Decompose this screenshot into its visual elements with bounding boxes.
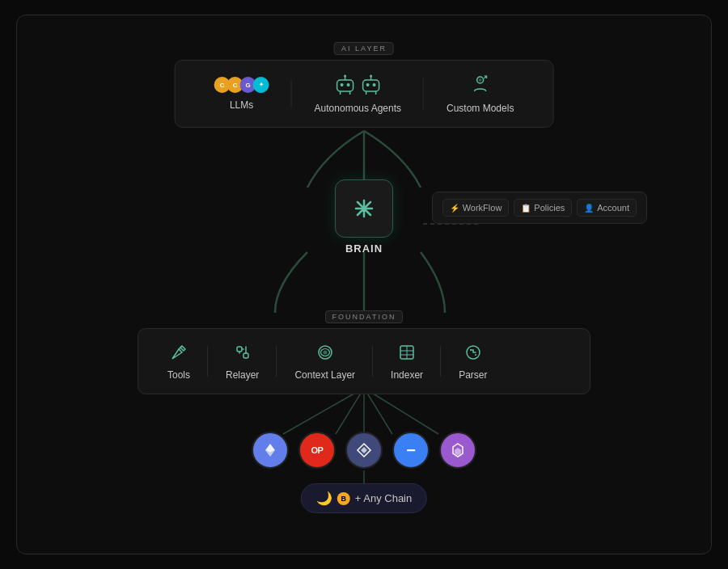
svg-rect-20 — [243, 353, 248, 358]
workflow-label: WorkFlow — [463, 203, 502, 213]
agents-label: Autonomous Agents — [315, 103, 401, 114]
ai-item-llms: C C G ✦ LLMs — [192, 77, 292, 111]
foundation-item-context: Context Layer — [277, 342, 373, 381]
indexer-icon — [396, 342, 417, 363]
svg-rect-19 — [237, 347, 242, 352]
svg-point-8 — [340, 83, 343, 86]
svg-point-10 — [344, 75, 346, 78]
chain-ethereum — [252, 432, 289, 469]
foundation-item-relayer: Relayer — [208, 342, 277, 381]
foundation-box: Tools Relayer — [138, 328, 590, 394]
svg-line-1 — [283, 388, 364, 434]
custom-model-icon — [469, 74, 492, 96]
svg-point-22 — [323, 351, 327, 355]
policies-icon: 📋 — [521, 204, 531, 213]
tools-label: Tools — [167, 369, 190, 381]
agent-icon-1 — [333, 74, 356, 96]
svg-rect-11 — [362, 80, 379, 91]
relayer-icon — [232, 342, 253, 363]
brain-icon — [349, 194, 379, 223]
policies-pill[interactable]: 📋 Policies — [514, 199, 572, 217]
brain-node: BRAIN — [335, 179, 393, 255]
svg-rect-7 — [336, 80, 353, 91]
chains-row: OP − — [252, 432, 476, 469]
policies-label: Policies — [534, 203, 565, 213]
chain-arbitrum — [345, 432, 383, 469]
svg-line-5 — [364, 388, 438, 434]
base-label: − — [406, 442, 416, 458]
foundation-item-parser: Parser — [441, 342, 505, 381]
arbitrum-icon — [355, 441, 373, 459]
svg-line-2 — [336, 388, 364, 434]
foundation-label: FOUNDATION — [325, 310, 404, 323]
workflow-pill[interactable]: ⚡ WorkFlow — [442, 199, 510, 217]
svg-point-12 — [366, 83, 369, 86]
svg-point-17 — [362, 206, 366, 211]
parser-icon — [463, 342, 484, 363]
account-pill[interactable]: 👤 Account — [577, 199, 637, 217]
b-badge: B — [337, 492, 350, 505]
ai-layer-label: AI LAYER — [334, 42, 394, 55]
agent-icons — [333, 74, 382, 96]
anychain-label: + Any Chain — [355, 492, 412, 504]
ai-item-custom: Custom Models — [424, 74, 536, 114]
custom-models-label: Custom Models — [447, 103, 514, 114]
context-layer-label: Context Layer — [294, 369, 355, 381]
llms-label: LLMs — [230, 99, 253, 111]
svg-point-29 — [475, 354, 476, 356]
svg-marker-35 — [455, 448, 461, 456]
relayer-label: Relayer — [226, 369, 259, 381]
ai-layer-box: C C G ✦ LLMs — [175, 60, 554, 128]
account-icon: 👤 — [584, 204, 594, 213]
svg-point-13 — [372, 83, 375, 86]
brain-label: BRAIN — [345, 242, 383, 255]
llm-icons: C C G ✦ — [214, 77, 269, 93]
chain-polygon — [439, 432, 476, 469]
ethereum-icon — [261, 441, 279, 459]
foundation-item-tools: Tools — [150, 342, 208, 381]
foundation-section: FOUNDATION Tools — [138, 310, 590, 394]
account-label: Account — [597, 203, 629, 213]
context-layer-icon — [315, 342, 336, 363]
chain-optimism: OP — [298, 432, 336, 469]
parser-label: Parser — [459, 369, 487, 381]
optimism-label: OP — [311, 445, 324, 455]
brain-box — [335, 179, 393, 238]
tools-icon — [168, 342, 189, 363]
chain-base: − — [392, 432, 430, 469]
svg-point-9 — [346, 83, 349, 86]
ai-layer-section: AI LAYER C C G ✦ LLMs — [175, 42, 554, 128]
diagram-container: AI LAYER C C G ✦ LLMs — [32, 26, 696, 543]
polygon-icon — [449, 441, 467, 459]
main-frame: AI LAYER C C G ✦ LLMs — [16, 15, 712, 554]
svg-line-4 — [364, 388, 392, 434]
svg-point-28 — [470, 349, 472, 351]
ai-item-agents: Autonomous Agents — [292, 74, 424, 114]
brain-pills-container: ⚡ WorkFlow 📋 Policies 👤 Account — [432, 192, 647, 224]
agent-icon-2 — [359, 74, 382, 96]
foundation-item-indexer: Indexer — [373, 342, 441, 381]
anychain-pill: 🌙 B + Any Chain — [301, 483, 427, 513]
moon-icon: 🌙 — [316, 491, 332, 506]
workflow-icon: ⚡ — [450, 204, 459, 213]
llm-icon-4: ✦ — [253, 77, 269, 93]
indexer-label: Indexer — [391, 369, 423, 381]
svg-marker-33 — [361, 447, 367, 453]
svg-point-16 — [479, 78, 482, 82]
svg-point-14 — [370, 75, 372, 78]
